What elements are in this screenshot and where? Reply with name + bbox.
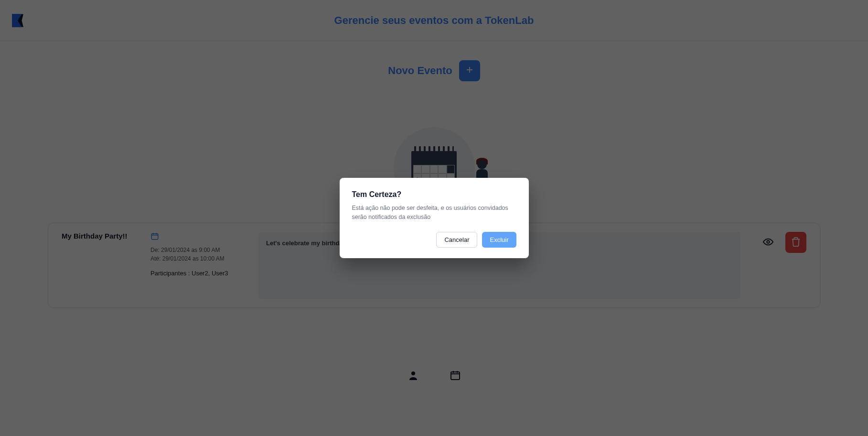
dialog-title: Tem Certeza? xyxy=(352,190,516,199)
modal-backdrop[interactable]: Tem Certeza? Está ação não pode ser desf… xyxy=(0,0,868,391)
confirm-delete-dialog: Tem Certeza? Está ação não pode ser desf… xyxy=(340,178,529,258)
cancel-button[interactable]: Cancelar xyxy=(436,232,477,248)
confirm-delete-button[interactable]: Excluir xyxy=(482,232,516,248)
dialog-actions: Cancelar Excluir xyxy=(352,232,516,248)
dialog-body: Está ação não pode ser desfeita, e os us… xyxy=(352,204,516,221)
